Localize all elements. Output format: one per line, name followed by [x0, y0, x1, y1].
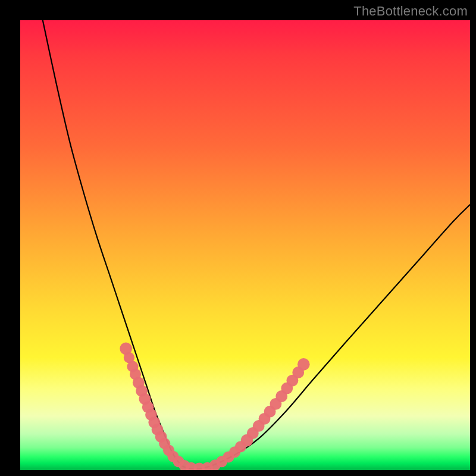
watermark-text: TheBottleneck.com — [353, 4, 468, 19]
chart-frame: TheBottleneck.com — [0, 0, 476, 476]
highlight-point — [298, 358, 310, 371]
bottleneck-curve — [43, 20, 470, 469]
highlight-points — [120, 343, 309, 470]
chart-svg — [20, 20, 470, 470]
plot-area — [20, 20, 470, 470]
